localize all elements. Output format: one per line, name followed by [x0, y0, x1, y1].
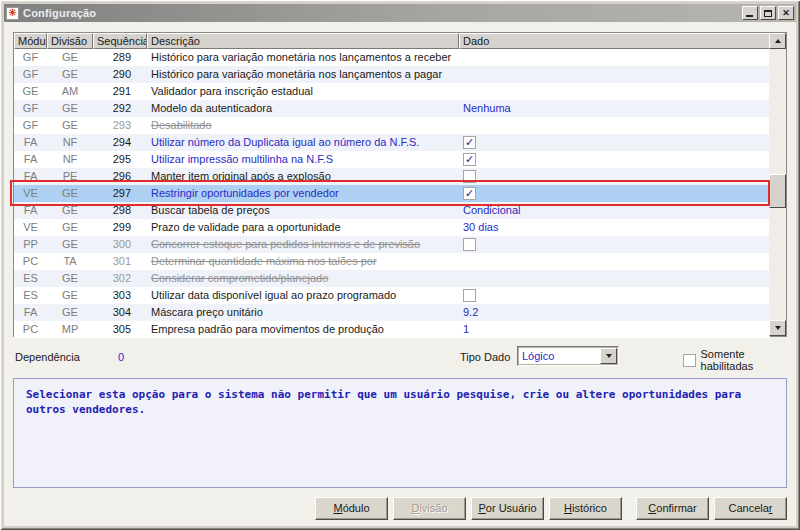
cell-descricao: Buscar tabela de preços [147, 202, 459, 219]
table-row[interactable]: ES GE 303 Utilizar data disponível igual… [14, 287, 770, 304]
tipo-dado-select[interactable]: Lógico [517, 346, 619, 366]
table-body: GF GE 289 Histórico para variação monetá… [14, 49, 786, 338]
vertical-scrollbar[interactable] [769, 33, 786, 336]
cell-divisao: GE [47, 185, 93, 202]
table-row[interactable]: GF GE 293 Desabilitado [14, 117, 770, 134]
somente-habilitadas-label[interactable]: Somente habilitadas [701, 348, 796, 372]
table-row[interactable]: ES GE 302 Considerar comprometido/planej… [14, 270, 770, 287]
chevron-down-icon [606, 354, 612, 358]
column-header-descricao[interactable]: Descrição [147, 33, 459, 49]
cell-modulo: PP [14, 236, 47, 253]
cell-modulo: GF [14, 100, 47, 117]
cell-modulo: GE [14, 83, 47, 100]
table-row-selected[interactable]: VE GE 297 Restringir oportunidades por v… [14, 185, 770, 202]
close-button[interactable]: ✕ [778, 6, 794, 20]
por-usuario-button[interactable]: Por Usuário [471, 497, 544, 520]
cell-modulo: VE [14, 185, 47, 202]
cell-sequencia: 294 [93, 134, 147, 151]
cell-modulo: PC [14, 253, 47, 270]
table-row[interactable]: PC MP 305 Empresa padrão para movimentos… [14, 321, 770, 338]
cell-dado [459, 83, 770, 100]
table-row[interactable]: FA NF 295 Utilizar impressão multilinha … [14, 151, 770, 168]
row-checkbox[interactable]: ✓ [463, 136, 476, 149]
row-checkbox[interactable] [463, 289, 476, 302]
column-header-divisao[interactable]: Divisão [47, 33, 93, 49]
cell-descricao: Manter item original após a explosão [147, 168, 459, 185]
confirmar-button[interactable]: Confirmar [636, 497, 709, 520]
cell-dado: ✓ [459, 134, 770, 151]
cell-descricao: Utilizar impressão multilinha na N.F.S [147, 151, 459, 168]
cell-divisao: GE [47, 100, 93, 117]
cell-sequencia: 304 [93, 304, 147, 321]
row-checkbox[interactable]: ✓ [463, 187, 476, 200]
settings-grid: MóduloDivisãoSequênciaDescriçãoDado GF G… [13, 32, 787, 337]
table-row[interactable]: PC TA 301 Determinar quantidade máxima n… [14, 253, 770, 270]
historico-button[interactable]: Histórico [549, 497, 622, 520]
table-row[interactable]: VE GE 299 Prazo de validade para a oport… [14, 219, 770, 236]
cell-dado [459, 49, 770, 66]
table-row[interactable]: FA GE 298 Buscar tabela de preços Condic… [14, 202, 770, 219]
cell-divisao: NF [47, 151, 93, 168]
scroll-down-button[interactable] [769, 320, 786, 336]
cell-sequencia: 295 [93, 151, 147, 168]
scrollbar-thumb[interactable] [769, 174, 786, 208]
cell-descricao: Utilizar data disponível igual ao prazo … [147, 287, 459, 304]
cell-descricao: Concorrer estoque para pedidos internos … [147, 236, 459, 253]
column-header-modulo[interactable]: Módulo [14, 33, 47, 49]
row-checkbox[interactable] [463, 170, 476, 183]
app-icon[interactable]: ✳ [6, 7, 19, 20]
table-row[interactable]: GE AM 291 Validador para inscrição estad… [14, 83, 770, 100]
table-row[interactable]: FA NF 294 Utilizar número da Duplicata i… [14, 134, 770, 151]
cell-divisao: NF [47, 134, 93, 151]
cell-sequencia: 292 [93, 100, 147, 117]
description-text: Selecionar esta opção para o sistema não… [26, 388, 741, 416]
cell-dado [459, 287, 770, 304]
cell-descricao: Modelo da autenticadora [147, 100, 459, 117]
cancelar-button[interactable]: Cancelar [714, 497, 787, 520]
cell-divisao: GE [47, 202, 93, 219]
cell-dado [459, 117, 770, 134]
configuration-window: ✳ Configuração ✕ MóduloDivisãoSequênciaD… [0, 0, 800, 530]
cell-divisao: GE [47, 304, 93, 321]
cell-modulo: FA [14, 151, 47, 168]
scroll-up-button[interactable] [769, 33, 786, 49]
table-row[interactable]: GF GE 290 Histórico para variação monetá… [14, 66, 770, 83]
description-memo[interactable]: Selecionar esta opção para o sistema não… [13, 378, 787, 488]
titlebar[interactable]: ✳ Configuração ✕ [4, 4, 796, 22]
cell-modulo: GF [14, 117, 47, 134]
cell-divisao: GE [47, 66, 93, 83]
column-header-sequencia[interactable]: Sequência [93, 33, 147, 49]
maximize-button[interactable] [760, 6, 776, 20]
table-row[interactable]: PP GE 300 Concorrer estoque para pedidos… [14, 236, 770, 253]
row-checkbox[interactable]: ✓ [463, 153, 476, 166]
cell-divisao: AM [47, 83, 93, 100]
grid-header: MóduloDivisãoSequênciaDescriçãoDado [14, 33, 770, 49]
cell-modulo: GF [14, 66, 47, 83]
dependencia-value: 0 [118, 351, 124, 363]
cell-divisao: TA [47, 253, 93, 270]
cell-sequencia: 299 [93, 219, 147, 236]
cell-dado: ✓ [459, 151, 770, 168]
table-row[interactable]: FA GE 304 Máscara preço unitário 9.2 [14, 304, 770, 321]
cell-divisao: GE [47, 236, 93, 253]
table-row[interactable]: FA PE 296 Manter item original após a ex… [14, 168, 770, 185]
modulo-button[interactable]: Módulo [315, 497, 388, 520]
cell-descricao: Determinar quantidade máxima nos talões … [147, 253, 459, 270]
table-row[interactable]: GF GE 292 Modelo da autenticadora Nenhum… [14, 100, 770, 117]
row-checkbox[interactable] [463, 238, 476, 251]
cell-descricao: Validador para inscrição estadual [147, 83, 459, 100]
client-area: MóduloDivisãoSequênciaDescriçãoDado GF G… [4, 22, 796, 526]
cell-modulo: FA [14, 304, 47, 321]
cell-descricao: Empresa padrão para movimentos de produç… [147, 321, 459, 338]
cell-modulo: FA [14, 134, 47, 151]
combo-dropdown-button[interactable] [600, 348, 617, 364]
cell-sequencia: 291 [93, 83, 147, 100]
cell-sequencia: 289 [93, 49, 147, 66]
cell-dado [459, 168, 770, 185]
cell-dado: ✓ [459, 185, 770, 202]
column-header-dado[interactable]: Dado [459, 33, 770, 49]
somente-habilitadas-checkbox[interactable] [683, 354, 696, 367]
cell-dado: 9.2 [459, 304, 770, 321]
minimize-button[interactable] [742, 6, 758, 20]
table-row[interactable]: GF GE 289 Histórico para variação monetá… [14, 49, 770, 66]
